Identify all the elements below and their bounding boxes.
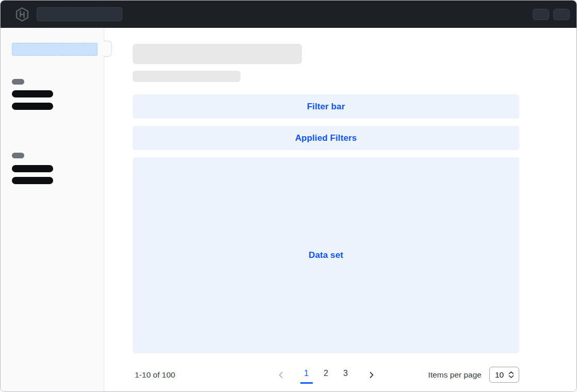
pagination-bar: 1-10 of 100 1 2 3 [133,364,519,385]
nav-search-placeholder[interactable] [37,7,122,21]
page-title-placeholder [133,44,302,64]
items-per-page-label: Items per page [428,370,482,380]
sidebar-toggle-handle[interactable] [104,41,112,57]
chevron-left-icon[interactable] [273,367,288,383]
main-content: Filter bar Applied Filters Data set 1-10… [104,28,576,392]
pagination-nav: 1 2 3 [273,366,379,384]
hashicorp-logo-icon [14,7,30,22]
sidebar-link-placeholder [12,103,53,110]
app-body: Filter bar Applied Filters Data set 1-10… [1,28,576,392]
pagination-range-text: 1-10 of 100 [133,370,175,380]
data-set-region: Data set [133,157,519,353]
page-subtitle-placeholder [133,71,241,82]
items-per-page-value: 10 [495,370,504,380]
data-set-label: Data set [309,250,343,260]
applied-filters-region: Applied Filters [133,126,519,150]
top-navbar [1,1,576,28]
items-per-page-group: Items per page 10 [428,367,519,383]
applied-filters-label: Applied Filters [295,133,357,143]
nav-action-placeholder-2[interactable] [553,9,570,20]
nav-action-placeholder-1[interactable] [533,9,549,20]
sidebar-active-item-placeholder [12,43,98,56]
sidebar [1,28,104,392]
page-button-1[interactable]: 1 [300,366,313,384]
filter-bar-label: Filter bar [307,102,345,112]
sidebar-section-label-placeholder [12,153,24,158]
items-per-page-select[interactable]: 10 [489,367,519,383]
filter-bar-region: Filter bar [133,94,519,119]
page-button-2[interactable]: 2 [320,366,332,384]
sidebar-link-placeholder [12,90,53,97]
caret-updown-icon [508,371,515,379]
app-window: Filter bar Applied Filters Data set 1-10… [0,0,577,392]
chevron-right-icon[interactable] [364,367,379,383]
sidebar-section-label-placeholder [12,79,24,85]
sidebar-link-placeholder [12,177,53,184]
page-button-3[interactable]: 3 [340,366,352,384]
sidebar-link-placeholder [12,165,53,172]
